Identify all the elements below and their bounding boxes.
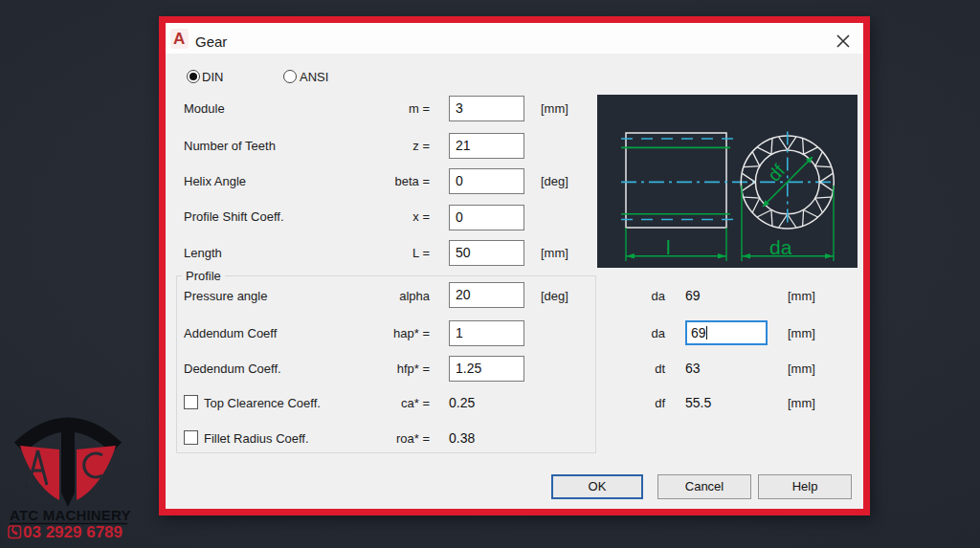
svg-text:03 2929 6789: 03 2929 6789	[23, 523, 122, 541]
svg-text:da: da	[769, 236, 792, 258]
svg-text:ATC MACHINERY: ATC MACHINERY	[10, 507, 131, 523]
svg-text:l: l	[666, 236, 671, 258]
